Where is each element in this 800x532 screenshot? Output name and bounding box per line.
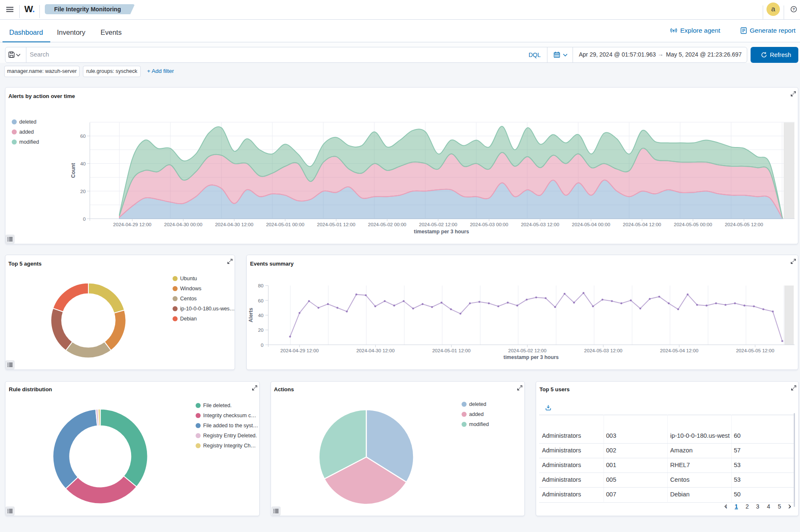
svg-text:2024-05-03 12:00: 2024-05-03 12:00	[584, 348, 623, 353]
svg-text:2024-05-04 12:00: 2024-05-04 12:00	[660, 348, 699, 353]
svg-text:2024-05-05 12:00: 2024-05-05 12:00	[736, 348, 774, 353]
